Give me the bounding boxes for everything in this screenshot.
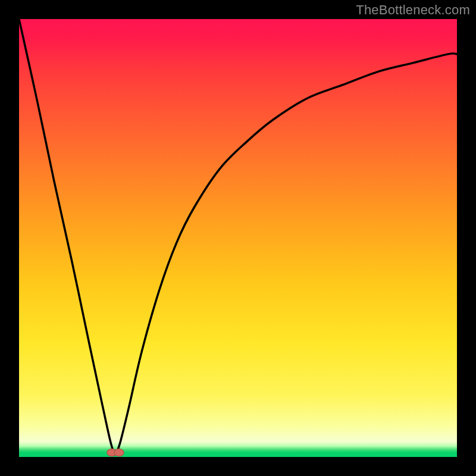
curve-layer — [19, 19, 457, 457]
plot-area — [19, 19, 457, 457]
chart-frame: TheBottleneck.com — [0, 0, 476, 476]
bottleneck-curve — [19, 19, 457, 453]
svg-point-1 — [114, 449, 124, 456]
watermark-text: TheBottleneck.com — [356, 2, 470, 18]
min-marker — [107, 449, 124, 456]
